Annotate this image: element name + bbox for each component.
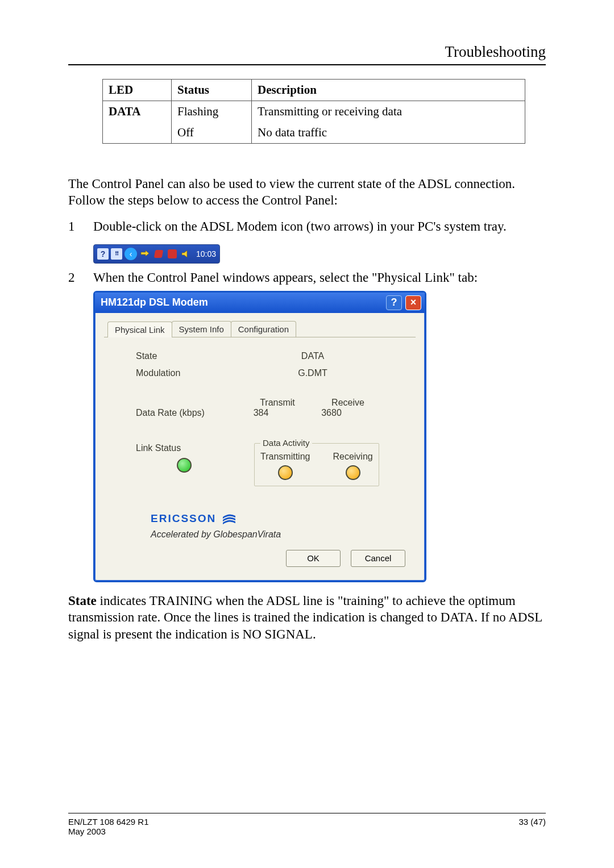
state-label: State	[136, 351, 233, 361]
led-cell	[103, 122, 172, 144]
link-status-label: Link Status	[136, 443, 233, 453]
state-paragraph: State indicates TRAINING when the ADSL l…	[68, 592, 546, 642]
tab-configuration[interactable]: Configuration	[231, 321, 296, 337]
led-cell: Flashing	[172, 101, 252, 123]
doc-date: May 2003	[68, 827, 546, 836]
titlebar-help-button[interactable]: ?	[386, 295, 402, 310]
receiving-led-icon	[346, 465, 360, 480]
network-icon[interactable]	[153, 248, 164, 260]
tab-physical-link[interactable]: Physical Link	[107, 322, 172, 337]
led-table: LED Status Description DATA Flashing Tra…	[102, 79, 525, 144]
transmitting-led-icon	[278, 465, 293, 480]
page-footer: EN/LZT 108 6429 R1 33 (47) May 2003	[68, 813, 546, 836]
led-cell: DATA	[103, 101, 172, 123]
step-number: 1	[68, 219, 81, 234]
tab-strip: Physical Link System Info Configuration	[104, 321, 416, 337]
adsl-modem-icon[interactable]	[139, 248, 151, 260]
step-list: 2 When the Control Panel windows appears…	[68, 270, 546, 285]
modulation-label: Modulation	[136, 368, 233, 378]
receive-header: Receive	[320, 398, 376, 408]
header-rule	[68, 64, 546, 65]
step-text: Double-click on the ADSL Modem icon (two…	[93, 219, 507, 234]
dialog-titlebar[interactable]: HM121dp DSL Modem ? ×	[95, 293, 425, 313]
data-rate-tx: 384	[233, 408, 289, 418]
state-rest: indicates TRAINING when the ADSL line is…	[68, 594, 542, 641]
data-activity-label: Data Activity	[260, 438, 312, 448]
accelerated-text: Accelerated by GlobespanVirata	[151, 529, 393, 540]
network-icon[interactable]	[167, 248, 178, 260]
volume-icon[interactable]	[180, 248, 192, 260]
language-icon[interactable]: ⠿	[111, 248, 122, 260]
help-icon[interactable]: ?	[97, 248, 109, 260]
titlebar-close-button[interactable]: ×	[405, 295, 421, 310]
transmitting-label: Transmitting	[260, 452, 310, 462]
cancel-button[interactable]: Cancel	[351, 550, 405, 567]
step-item: 1 Double-click on the ADSL Modem icon (t…	[68, 219, 546, 234]
led-th-led: LED	[103, 80, 172, 101]
data-activity-group: Data Activity Transmitting Receiving	[254, 443, 379, 486]
modulation-value: G.DMT	[233, 368, 393, 378]
footer-rule	[68, 813, 546, 813]
data-rate-label: Data Rate (kbps)	[136, 408, 233, 418]
state-value: DATA	[233, 351, 393, 361]
clock-text: 10:03	[196, 249, 216, 258]
state-lead: State	[68, 594, 97, 608]
led-cell: Transmitting or receiving data	[252, 101, 525, 123]
led-cell: Off	[172, 122, 252, 144]
data-rate-rx: 3680	[303, 408, 360, 418]
system-tray: ? ⠿ ‹ 10:03	[93, 244, 220, 264]
led-cell: No data traffic	[252, 122, 525, 144]
page-number: 33 (47)	[518, 817, 546, 827]
step-number: 2	[68, 270, 81, 285]
link-status-led-icon	[177, 458, 192, 473]
receiving-label: Receiving	[333, 452, 372, 462]
intro-paragraph: The Control Panel can also be used to vi…	[68, 176, 546, 209]
led-th-desc: Description	[252, 80, 525, 101]
back-icon[interactable]: ‹	[125, 248, 137, 260]
led-th-status: Status	[172, 80, 252, 101]
ok-button[interactable]: OK	[286, 550, 341, 567]
tab-system-info[interactable]: System Info	[172, 321, 231, 337]
page-title: Troubleshooting	[68, 43, 546, 61]
transmit-header: Transmit	[249, 398, 306, 408]
step-list: 1 Double-click on the ADSL Modem icon (t…	[68, 219, 546, 234]
step-text: When the Control Panel windows appears, …	[93, 270, 478, 285]
brand-text: ERICSSON	[151, 512, 216, 525]
step-item: 2 When the Control Panel windows appears…	[68, 270, 546, 285]
ericsson-icon	[222, 511, 237, 526]
doc-number: EN/LZT 108 6429 R1	[68, 817, 148, 827]
dialog-title: HM121dp DSL Modem	[101, 297, 383, 308]
control-panel-dialog: HM121dp DSL Modem ? × Physical Link Syst…	[93, 291, 426, 582]
brand-logo: ERICSSON	[151, 511, 393, 526]
